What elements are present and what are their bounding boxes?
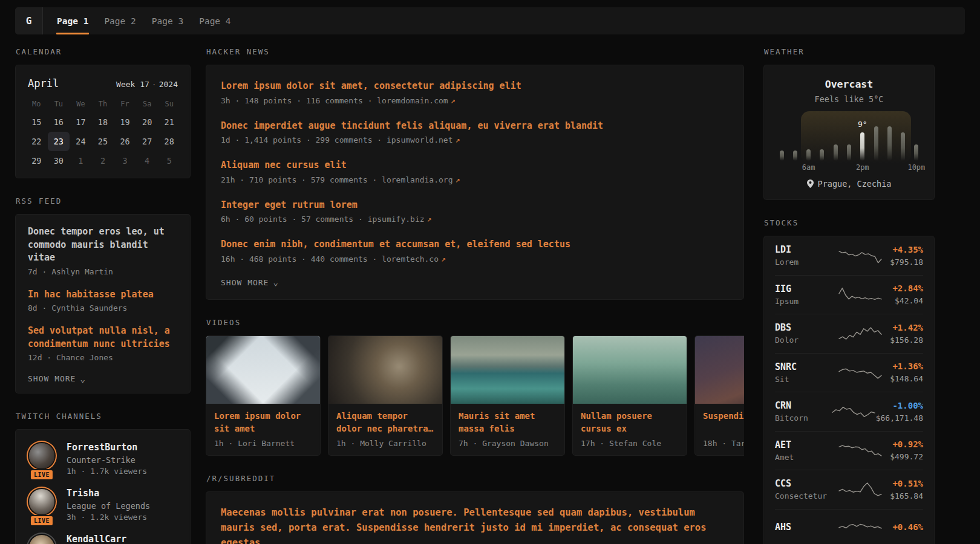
temp-bar (887, 126, 892, 161)
stock-row[interactable]: LDI Lorem +4.35% $795.18 (775, 236, 923, 275)
video-card[interactable]: Aliquam tempor dolor nec pharetra… 1h · … (328, 335, 443, 456)
stock-ticker[interactable]: AHS (775, 522, 838, 533)
channel-game: Counter-Strike (67, 455, 147, 465)
video-card[interactable]: Suspendisse diam 18h · Tara (694, 335, 744, 456)
channel-name[interactable]: Trisha (67, 488, 150, 499)
video-thumbnail[interactable] (206, 336, 320, 404)
stock-ticker[interactable]: CCS (775, 478, 838, 489)
stocks-widget: STOCKS LDI Lorem +4.35% $795.18 IIG (763, 218, 935, 544)
channel-name[interactable]: KendallCarr (67, 534, 126, 544)
hn-meta-text: 3h · 148 points · 116 comments · loremdo… (221, 96, 448, 105)
weekday-label: Tu (48, 96, 70, 112)
video-thumbnail[interactable] (328, 336, 442, 404)
hn-item-meta: 21h · 710 points · 579 comments · loreml… (221, 175, 729, 184)
stock-sparkline (838, 285, 883, 303)
videos-widget: VIDEOS Lorem ipsum dolor sit amet consec… (206, 318, 744, 456)
hn-meta-text: 1d · 1,414 points · 299 comments · ipsum… (221, 135, 453, 144)
twitch-channel[interactable]: LIVE ForrestBurton Counter-Strike 1h · 1… (28, 442, 178, 476)
external-link-icon[interactable]: ↗ (427, 215, 432, 224)
stock-change: +1.36% (890, 361, 923, 372)
tab-page-2[interactable]: Page 2 (103, 7, 136, 34)
day-cell-next-month: 3 (114, 151, 136, 170)
weather-widget: WEATHER Overcast Feels like 5°C 9°6am2pm… (763, 47, 935, 200)
location-pin-icon (807, 180, 814, 188)
video-thumbnail[interactable] (451, 336, 564, 404)
twitch-channel[interactable]: KendallCarr (28, 534, 178, 544)
twitch-channel[interactable]: LIVE Trisha League of Legends 3h · 1.2k … (28, 488, 178, 522)
stock-ticker[interactable]: AET (775, 439, 838, 450)
stock-ticker[interactable]: SNRC (775, 361, 838, 372)
video-title[interactable]: Nullam posuere cursus ex (581, 410, 679, 435)
calendar-week-label: Week 17·2024 (116, 80, 178, 89)
channel-game: League of Legends (67, 501, 150, 511)
stock-ticker[interactable]: CRN (775, 400, 831, 411)
weather-location: Prague, Czechia (818, 179, 892, 189)
hn-item-title[interactable]: Aliquam nec cursus elit (221, 159, 729, 172)
stock-row[interactable]: CRN Bitcorn -1.00% $66,171.48 (775, 392, 923, 431)
hn-item-title[interactable]: Lorem ipsum dolor sit amet, consectetur … (221, 80, 729, 93)
video-title[interactable]: Aliquam tempor dolor nec pharetra… (336, 410, 434, 435)
hn-item-title[interactable]: Donec imperdiet augue tincidunt felis al… (221, 120, 729, 133)
rss-item-title[interactable]: Sed volutpat nulla nisl, a condimentum n… (28, 325, 178, 351)
stocks-section-label: STOCKS (764, 218, 935, 227)
stock-row[interactable]: SNRC Sit +1.36% $148.64 (775, 353, 923, 392)
video-card[interactable]: Nullam posuere cursus ex 17h · Stefan Co… (572, 335, 687, 456)
tab-page-4[interactable]: Page 4 (198, 7, 231, 34)
video-title[interactable]: Suspendisse diam (703, 410, 744, 435)
video-card[interactable]: Lorem ipsum dolor sit amet consectetu… 1… (206, 335, 321, 456)
stock-row[interactable]: AET Amet +0.92% $499.72 (775, 431, 923, 470)
channel-meta: 1h · 1.7k viewers (67, 467, 147, 476)
tab-page-1[interactable]: Page 1 (56, 7, 89, 34)
avatar (29, 443, 54, 468)
stock-row[interactable]: AHS +0.46% (775, 509, 923, 544)
external-link-icon[interactable]: ↗ (456, 175, 460, 184)
live-badge: LIVE (30, 515, 54, 526)
stock-row[interactable]: IIG Ipsum +2.84% $42.04 (775, 275, 923, 314)
video-thumbnail[interactable] (573, 336, 687, 404)
stock-name: Consectetur (775, 491, 838, 500)
tab-page-3[interactable]: Page 3 (151, 7, 184, 34)
stock-row[interactable]: CCS Consectetur +0.51% $165.84 (775, 470, 923, 509)
hn-item-title[interactable]: Donec enim nibh, condimentum et accumsan… (221, 238, 729, 251)
stock-ticker[interactable]: LDI (775, 244, 838, 255)
reddit-section-label: /R/SUBREDDIT (206, 474, 744, 483)
stock-values: +1.36% $148.64 (890, 361, 923, 383)
stock-ticker[interactable]: IIG (775, 283, 838, 294)
rss-item-title[interactable]: Donec tempor eros leo, ut commodo mauris… (28, 225, 178, 265)
video-meta: 7h · Grayson Dawson (459, 439, 557, 448)
stock-ticker[interactable]: DBS (775, 322, 838, 333)
hn-item-title[interactable]: Integer eget rutrum lorem (221, 199, 729, 212)
app-logo[interactable]: G (15, 7, 43, 34)
weekday-label: Th (92, 96, 114, 112)
stock-name: Bitcorn (775, 413, 831, 423)
rss-item-title[interactable]: In hac habitasse platea (28, 288, 178, 302)
videos-section-label: VIDEOS (206, 318, 744, 327)
separator-dot: · (152, 80, 157, 89)
temp-bar (806, 149, 811, 161)
calendar-year: 2024 (159, 80, 178, 89)
weather-condition: Overcast (775, 79, 923, 90)
stock-values: +0.51% $165.84 (890, 479, 923, 500)
day-cell-selected: 23 (48, 132, 70, 151)
hn-show-more-button[interactable]: SHOW MORE ⌄ (221, 278, 729, 287)
rss-item-meta: 7d · Ashlyn Martin (28, 267, 178, 276)
current-temp-label: 9° (858, 120, 867, 129)
reddit-item-title[interactable]: Maecenas mollis pulvinar erat non posuer… (221, 505, 729, 544)
video-meta: 17h · Stefan Cole (581, 439, 679, 448)
daylight-highlight (801, 111, 911, 163)
video-title[interactable]: Mauris sit amet massa felis (459, 410, 557, 435)
rss-show-more-button[interactable]: SHOW MORE ⌄ (28, 374, 178, 383)
video-card[interactable]: Mauris sit amet massa felis 7h · Grayson… (450, 335, 565, 456)
channel-name[interactable]: ForrestBurton (67, 442, 147, 453)
external-link-icon[interactable]: ↗ (451, 96, 456, 105)
stock-values: +2.84% $42.04 (892, 283, 923, 305)
reddit-widget: /R/SUBREDDIT Maecenas mollis pulvinar er… (206, 474, 744, 544)
external-link-icon[interactable]: ↗ (441, 254, 446, 264)
day-cell: 16 (48, 112, 70, 132)
external-link-icon[interactable]: ↗ (456, 135, 460, 144)
stock-row[interactable]: DBS Dolor +1.42% $156.28 (775, 314, 923, 353)
weather-section-label: WEATHER (764, 47, 935, 56)
video-title[interactable]: Lorem ipsum dolor sit amet consectetu… (214, 410, 312, 435)
video-thumbnail[interactable] (695, 336, 744, 404)
hn-item-meta: 3h · 148 points · 116 comments · loremdo… (221, 96, 729, 105)
